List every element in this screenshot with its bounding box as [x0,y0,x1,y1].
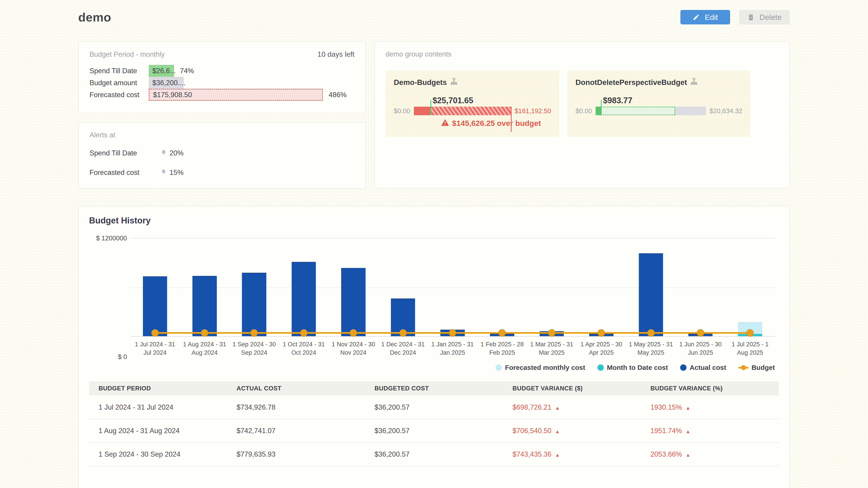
alerts-card: Alerts at Spend Till Date 20% Forecasted… [78,122,366,189]
budget-history-card: Budget History $ 1200000 $ 0 1 Jul 2024 … [78,206,790,488]
toolbar-actions: Edit Delete [680,10,790,24]
x-axis-label: 1 Dec 2024 - 31Dec 2024 [378,340,428,357]
spend-till-date-pct: 74% [180,67,194,75]
budget-item-demo-budgets: Demo-Budgets $0.00 $25,701.6 [385,70,559,137]
gauge-spend-value: $983.77 [603,96,632,105]
actual-cost-bar [291,262,316,336]
budget-item-name: DonotDeletePerspectiveBudget [576,78,687,87]
hierarchy-icon [451,78,457,87]
gauge-start-value: $0.00 [576,107,592,115]
x-axis-label: 1 Aug 2024 - 31Aug 2024 [180,340,229,357]
chart-slot [180,238,229,336]
legend-label: Forecasted monthly cost [505,364,585,371]
budget-gauge-bar: $983.77 [596,107,706,115]
chart-slot [279,238,329,336]
alert-row-spend: Spend Till Date 20% [90,149,354,157]
chart-slot [626,238,676,336]
actual-cost-bar [639,253,663,336]
gauge-overbudget-segment [430,107,511,115]
table-header-row: BUDGET PERIODACTUAL COSTBUDGETED COSTBUD… [89,381,779,396]
table-header-cell: ACTUAL COST [227,381,365,396]
table-cell: $734,926.78 [227,396,365,419]
variance-up-icon: ▲ [686,405,690,411]
chart-slot [477,238,527,336]
table-cell: $779,635.93 [227,443,365,466]
budget-marker [746,329,754,337]
spend-till-date-label: Spend Till Date [90,67,149,75]
table-cell: $706,540.50▲ [503,419,641,443]
chart-slot [378,238,428,336]
x-axis-label: 1 Apr 2025 - 30Apr 2025 [577,340,626,357]
budget-marker [201,329,209,337]
spend-till-date-chip: $26,6... [149,65,174,77]
y-axis-max-label: $ 1200000 [96,234,127,242]
budget-line-swatch [739,367,748,368]
x-axis-label: 1 Nov 2024 - 30Nov 2024 [329,340,378,357]
gauge-start-value: $0.00 [394,107,410,115]
budget-period-card: Budget Period - monthly 10 days left Spe… [78,41,366,113]
pencil-icon [692,13,700,21]
budget-marker [250,329,258,337]
variance-up-icon: ▲ [686,429,690,434]
budget-marker [449,329,456,337]
budget-marker [697,329,704,337]
x-axis-label: 1 Jul 2024 - 31Jul 2024 [130,340,180,357]
legend-dot [495,364,502,371]
budget-item-name: Demo-Budgets [394,78,447,87]
budget-history-title: Budget History [89,216,779,225]
page-title: demo [78,10,111,24]
warning-icon [441,119,449,128]
table-cell: $743,435.36▲ [503,443,641,466]
budget-amount-label: Budget amount [90,79,149,87]
budget-marker [399,329,407,337]
table-header-cell: BUDGET PERIOD [89,381,227,396]
budget-history-table: BUDGET PERIODACTUAL COSTBUDGETED COSTBUD… [89,381,779,466]
delete-button[interactable]: Delete [739,10,790,24]
bell-icon [160,149,167,157]
budget-amount-chip: $36,200.... [149,77,184,89]
budget-marker [151,329,159,337]
budget-amount-row: Budget amount $36,200.... [90,77,354,89]
x-axis-label: 1 May 2025 - 31May 2025 [626,340,676,357]
chart-slot [725,238,775,336]
x-axis-label: 1 Mar 2025 - 31Mar 2025 [527,340,577,357]
gauge-budget-tick [430,100,431,115]
table-cell: $36,200.57 [365,443,503,466]
delete-button-label: Delete [760,13,782,22]
alert-spend-label: Spend Till Date [90,149,160,157]
page-content: demo Edit Delete Budget Period - monthl [78,0,790,488]
legend-item[interactable]: Actual cost [680,364,726,371]
bell-icon [160,168,167,177]
days-left: 10 days left [317,50,354,59]
budget-period-title: Budget Period - monthly [90,51,165,59]
gauge-spend-value: $25,701.65 [433,96,473,105]
chart-slot [130,238,180,336]
chart-slot [577,238,626,336]
budget-marker [647,329,655,337]
variance-up-icon: ▲ [686,452,690,457]
table-cell: 2053.66%▲ [641,443,779,466]
edit-button[interactable]: Edit [680,10,730,24]
table-header-cell: BUDGET VARIANCE ($) [503,381,641,396]
legend-item[interactable]: Budget [739,364,775,371]
trash-icon [747,13,754,21]
legend-item[interactable]: Forecasted monthly cost [495,364,585,371]
budget-marker [498,329,506,337]
table-cell: $36,200.57 [365,419,503,443]
group-contents-card: demo group contents Demo-Budgets $0.00 [374,41,790,188]
forecasted-cost-row: Forecasted cost $175,908.50 486% [90,89,354,101]
budget-marker [548,329,555,337]
x-axis-label: 1 Oct 2024 - 31Oct 2024 [279,340,329,357]
table-cell: $36,200.57 [365,396,503,419]
table-row: 1 Sep 2024 - 30 Sep 2024$779,635.93$36,2… [89,443,779,466]
edit-button-label: Edit [705,13,718,22]
gauge-spent-segment [414,107,430,115]
legend-item[interactable]: Month to Date cost [597,364,668,371]
alert-spend-value: 20% [169,149,184,157]
gauge-remaining-segment [675,107,706,115]
variance-up-icon: ▲ [555,452,560,457]
table-row: 1 Jul 2024 - 31 Jul 2024$734,926.78$36,2… [89,396,779,419]
gauge-end-value: $20,634.32 [710,107,742,115]
legend-label: Budget [752,364,775,371]
budget-item-donotdelete: DonotDeletePerspectiveBudget $0.00 [567,70,750,137]
